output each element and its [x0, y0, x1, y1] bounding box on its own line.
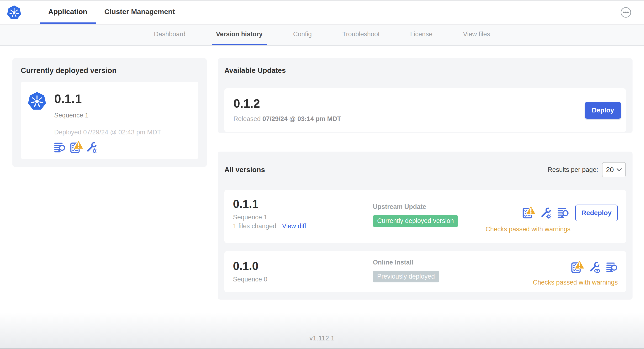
version-source: Online Install Previously deployed: [373, 259, 439, 282]
released-label: Released: [234, 115, 261, 122]
deploy-button[interactable]: Deploy: [585, 102, 621, 119]
tab-config[interactable]: Config: [289, 24, 316, 45]
files-changed-text: 1 files changed: [233, 222, 276, 230]
warning-triangle-icon: [73, 139, 84, 150]
warning-triangle-icon: [574, 259, 585, 270]
available-update-row: 0.1.2 Released 07/29/24 @ 03:14 pm MDT D…: [224, 88, 626, 132]
top-nav-tabs: Application Cluster Management: [40, 1, 183, 24]
kubernetes-logo-icon: [7, 5, 22, 20]
app-logo: [7, 1, 22, 24]
all-versions-header: All versions Results per page: 20: [224, 162, 626, 177]
update-info: 0.1.2 Released 07/29/24 @ 03:14 pm MDT: [234, 98, 341, 123]
all-versions-card: All versions Results per page: 20 0.1.1 …: [218, 152, 632, 300]
row-sequence: Sequence 0: [233, 276, 267, 283]
actions-row: [571, 262, 618, 273]
checks-status[interactable]: Checks passed with warnings: [533, 279, 618, 286]
currently-deployed-title: Currently deployed version: [21, 66, 198, 75]
deployed-version-number: 0.1.1: [54, 92, 161, 105]
results-per-page-select[interactable]: 20: [602, 162, 626, 177]
preflight-checks-warning-icon[interactable]: [522, 207, 534, 219]
redeploy-button[interactable]: Redeploy: [575, 204, 618, 221]
top-nav: Application Cluster Management: [0, 1, 644, 24]
diff-icon[interactable]: [558, 207, 569, 219]
update-released-line: Released 07/29/24 @ 03:14 pm MDT: [234, 115, 341, 123]
row-files-changed: 1 files changed View diff: [233, 222, 306, 230]
source-label: Upstream Update: [373, 203, 458, 210]
released-timestamp: 07/29/24 @ 03:14 pm MDT: [262, 115, 341, 122]
tab-dashboard[interactable]: Dashboard: [150, 24, 190, 45]
tab-application[interactable]: Application: [40, 1, 96, 24]
version-rows: 0.1.1 Sequence 1 1 files changed View di…: [224, 190, 626, 292]
view-diff-link[interactable]: View diff: [282, 222, 306, 230]
footer: v1.112.1: [0, 312, 644, 348]
tab-cluster-management[interactable]: Cluster Management: [96, 1, 183, 24]
version-info: 0.1.0 Sequence 0: [233, 260, 267, 283]
update-version-number: 0.1.2: [234, 98, 341, 110]
deployed-timestamp: Deployed 07/29/24 @ 02:43 pm MDT: [54, 129, 161, 136]
preflight-checks-warning-icon[interactable]: [571, 262, 582, 273]
diff-icon[interactable]: [606, 262, 618, 273]
version-row-0-1-1: 0.1.1 Sequence 1 1 files changed View di…: [224, 190, 626, 243]
edit-config-icon[interactable]: [86, 142, 97, 153]
results-per-page-value: 20: [606, 166, 614, 174]
warning-triangle-icon: [525, 204, 536, 216]
row-sequence: Sequence 1: [233, 214, 306, 221]
deployed-sequence: Sequence 1: [54, 112, 161, 119]
version-actions: Redeploy Checks passed with warnings: [486, 204, 618, 233]
view-config-icon[interactable]: [588, 262, 600, 273]
app-sub-nav: Dashboard Version history Config Trouble…: [0, 24, 644, 46]
top-nav-right: [620, 1, 644, 24]
row-version-number: 0.1.0: [233, 260, 267, 272]
status-badge: Previously deployed: [373, 271, 439, 282]
available-updates-card: Available Updates 0.1.2 Released 07/29/2…: [218, 58, 632, 133]
version-source: Upstream Update Currently deployed versi…: [373, 203, 458, 227]
results-per-page-label: Results per page:: [548, 166, 598, 174]
admin-console-page: Application Cluster Management Dashboard…: [0, 0, 644, 349]
version-info: 0.1.1 Sequence 1 1 files changed View di…: [233, 198, 306, 230]
all-versions-title: All versions: [224, 166, 265, 174]
version-actions: Checks passed with warnings: [533, 262, 618, 286]
overflow-menu-button[interactable]: [620, 7, 632, 18]
deployed-action-icons: [54, 142, 161, 153]
row-version-number: 0.1.1: [233, 198, 306, 210]
checks-status[interactable]: Checks passed with warnings: [486, 226, 570, 233]
ellipsis-menu-icon: [620, 7, 632, 18]
kubernetes-logo-icon: [28, 91, 46, 111]
currently-deployed-card: Currently deployed version 0.1.1 Sequenc…: [12, 58, 207, 167]
tab-view-files[interactable]: View files: [459, 24, 494, 45]
console-version: v1.112.1: [309, 334, 334, 342]
tab-troubleshoot[interactable]: Troubleshoot: [338, 24, 384, 45]
version-row-0-1-0: 0.1.0 Sequence 0 Online Install Previous…: [224, 251, 626, 292]
deployed-version-info: 0.1.1 Sequence 1 Deployed 07/29/24 @ 02:…: [54, 91, 161, 152]
actions-row: Redeploy: [522, 204, 618, 221]
edit-config-icon[interactable]: [540, 207, 552, 219]
tab-license[interactable]: License: [406, 24, 437, 45]
chevron-down-icon: [616, 168, 622, 172]
tab-version-history[interactable]: Version history: [212, 24, 267, 45]
currently-deployed-version-panel: 0.1.1 Sequence 1 Deployed 07/29/24 @ 02:…: [21, 82, 198, 159]
results-per-page: Results per page: 20: [548, 162, 626, 177]
status-badge: Currently deployed version: [373, 215, 458, 227]
diff-icon[interactable]: [54, 142, 66, 153]
source-label: Online Install: [373, 259, 439, 266]
preflight-checks-warning-icon[interactable]: [70, 142, 82, 153]
available-updates-title: Available Updates: [224, 66, 626, 74]
